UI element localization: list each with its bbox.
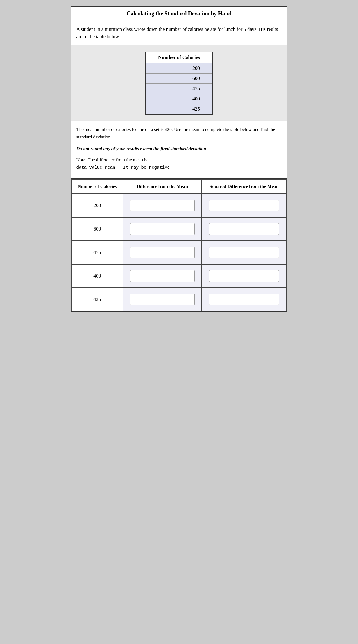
difference-input[interactable]: [130, 223, 195, 235]
intro-text: A student in a nutrition class wrote dow…: [76, 27, 278, 39]
small-table-row: 200: [145, 63, 213, 74]
squared-difference-input[interactable]: [209, 270, 279, 282]
calories-value-cell: 200: [72, 194, 123, 217]
table-row: 425: [72, 288, 287, 311]
difference-cell[interactable]: [123, 288, 202, 311]
small-table-row: 400: [145, 94, 213, 104]
squared-difference-input[interactable]: [209, 223, 279, 235]
difference-cell[interactable]: [123, 241, 202, 264]
page-title: Calculating the Standard Devation by Han…: [127, 11, 231, 17]
small-table-header: Number of Calories: [145, 52, 213, 63]
difference-input[interactable]: [130, 294, 195, 305]
small-table-section: Number of Calories 200600475400425: [71, 45, 287, 121]
note-label: Note: The difference from the mean is: [76, 157, 147, 162]
intro-section: A student in a nutrition class wrote dow…: [71, 21, 287, 45]
squared-difference-cell[interactable]: [202, 194, 286, 217]
formula-text: data value−mean . It may be negative.: [76, 165, 173, 170]
calories-value-cell: 600: [72, 217, 123, 241]
table-row: 475: [72, 241, 287, 264]
page-container: Calculating the Standard Devation by Han…: [71, 6, 287, 312]
calories-value-cell: 475: [72, 241, 123, 264]
instructions-section: The mean number of calories for the data…: [71, 121, 287, 179]
difference-cell[interactable]: [123, 264, 202, 288]
table-row: 600: [72, 217, 287, 241]
difference-input[interactable]: [130, 200, 195, 211]
difference-input[interactable]: [130, 270, 195, 282]
squared-difference-input[interactable]: [209, 247, 279, 258]
calories-value-cell: 400: [72, 264, 123, 288]
title-section: Calculating the Standard Devation by Han…: [71, 7, 287, 21]
small-table-row: 475: [145, 84, 213, 94]
squared-difference-cell[interactable]: [202, 241, 286, 264]
table-row: 200: [72, 194, 287, 217]
squared-difference-input[interactable]: [209, 200, 279, 211]
table-row: 400: [72, 264, 287, 288]
instructions-note: Note: The difference from the mean is da…: [76, 156, 282, 171]
main-col1-header: Number of Calories: [72, 179, 123, 194]
small-table-row: 600: [145, 74, 213, 84]
squared-difference-cell[interactable]: [202, 264, 286, 288]
difference-cell[interactable]: [123, 217, 202, 241]
instructions-main: The mean number of calories for the data…: [76, 126, 282, 141]
main-table: Number of Calories Difference from the M…: [71, 179, 287, 311]
main-table-section: Number of Calories Difference from the M…: [71, 179, 287, 311]
difference-cell[interactable]: [123, 194, 202, 217]
squared-difference-input[interactable]: [209, 294, 279, 305]
squared-difference-cell[interactable]: [202, 288, 286, 311]
main-col3-header: Squared Difference from the Mean: [202, 179, 286, 194]
small-calories-table: Number of Calories 200600475400425: [145, 52, 213, 115]
small-table-row: 425: [145, 104, 213, 115]
calories-value-cell: 425: [72, 288, 123, 311]
main-col2-header: Difference from the Mean: [123, 179, 202, 194]
instructions-bold-italic: Do not round any of your results except …: [76, 145, 282, 152]
difference-input[interactable]: [130, 247, 195, 258]
squared-difference-cell[interactable]: [202, 217, 286, 241]
